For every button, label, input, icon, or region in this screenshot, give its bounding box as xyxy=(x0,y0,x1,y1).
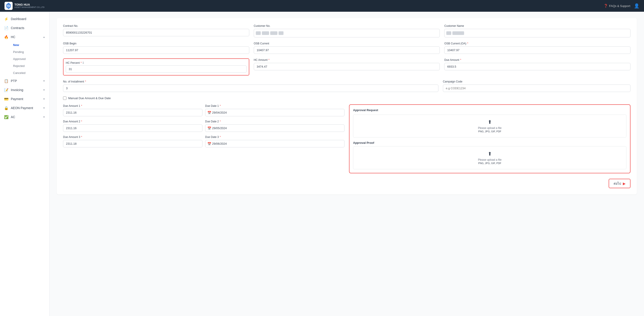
upload-icon: ⬆ xyxy=(488,119,492,125)
sidebar-item-ac[interactable]: ✅ AC ▼ xyxy=(0,113,49,122)
due-amount-2-group: Due Amount 2 * xyxy=(63,120,202,132)
form-row-3: HC Percent * ℹ HC Amount * Due Amount xyxy=(63,58,630,76)
sidebar-sub-item-approved[interactable]: Approved xyxy=(10,56,49,63)
due-date-2-input[interactable] xyxy=(205,124,344,132)
sidebar-item-label: Invoicing xyxy=(11,88,23,92)
hc-percent-label: HC Percent * ℹ xyxy=(66,61,246,65)
hc-percent-group: HC Percent * ℹ xyxy=(63,58,249,76)
manual-checkbox[interactable] xyxy=(63,97,66,100)
info-icon[interactable]: ℹ xyxy=(83,61,84,65)
osb-begin-input[interactable] xyxy=(63,47,249,54)
osb-current-oa-group: OSB Current (OA) * xyxy=(444,42,630,54)
svg-text:TH: TH xyxy=(7,5,10,8)
ph-box-2 xyxy=(262,31,269,35)
sidebar-item-aeon-payment[interactable]: 🔒 AEON Payment ▼ xyxy=(0,103,49,113)
ph-box-3 xyxy=(270,31,278,35)
osb-current-input[interactable] xyxy=(254,47,440,54)
sidebar-item-contracts[interactable]: 📄 Contracts xyxy=(0,24,49,33)
contract-no-input[interactable] xyxy=(63,29,249,36)
main-content: Contract No. Customer No. Customer Name xyxy=(50,12,644,316)
sidebar-item-invoicing[interactable]: 📝 Invoicing ▼ xyxy=(0,85,49,94)
sidebar-item-payment[interactable]: 💳 Payment ▼ xyxy=(0,94,49,103)
support-link[interactable]: ❓ FAQs & Support xyxy=(604,4,630,8)
form-row-4: No. of Installment * Campaign Code xyxy=(63,80,630,92)
required-star: * xyxy=(220,120,221,123)
required-star: * xyxy=(460,58,461,62)
hc-amount-input[interactable] xyxy=(254,63,440,70)
no-installment-group: No. of Installment * xyxy=(63,80,438,92)
customer-name-label: Customer Name xyxy=(444,24,630,28)
due-date-3-input[interactable] xyxy=(205,140,344,147)
due-amount-3-label: Due Amount 3 * xyxy=(63,135,202,139)
upload-text: Please upload a file xyxy=(478,126,502,130)
contracts-icon: 📄 xyxy=(4,26,8,30)
sidebar-item-label: AEON Payment xyxy=(11,106,33,110)
logo: TH TONG HUA ASSET MANAGEMENT CO.,LTD xyxy=(4,2,44,10)
osb-current-oa-input[interactable] xyxy=(444,47,630,54)
no-installment-label: No. of Installment * xyxy=(63,80,438,83)
due-date-3-wrapper: 📅 xyxy=(205,140,344,147)
topnav-right: ❓ FAQs & Support 👤 xyxy=(604,3,640,9)
upload-text-2: Please upload a file xyxy=(478,158,502,161)
sidebar-item-label: HC xyxy=(11,35,15,39)
sidebar-sub-item-pending[interactable]: Pending xyxy=(10,49,49,56)
logo-name: TONG HUA xyxy=(14,3,44,6)
contract-no-label: Contract No. xyxy=(63,24,249,28)
sidebar-item-hc[interactable]: 🔥 HC ▲ xyxy=(0,33,49,42)
sidebar-sub-item-canceled[interactable]: Canceled xyxy=(10,69,49,76)
manual-checkbox-label: Manual Due Amount & Due Date xyxy=(68,97,111,100)
due-date-1-input[interactable] xyxy=(205,109,344,116)
chevron-up-icon: ▲ xyxy=(43,36,45,38)
due-date-1-label: Due Date 1 * xyxy=(205,104,344,108)
due-amount-input[interactable] xyxy=(444,63,630,70)
next-button-label: ต่อไป xyxy=(614,181,621,186)
sidebar-sub-item-new[interactable]: New xyxy=(10,42,49,49)
hc-amount-label: HC Amount * xyxy=(254,58,440,62)
approval-proof-upload[interactable]: ⬆ Please upload a file PNG, JPG, GIF, PD… xyxy=(353,146,626,169)
sidebar-item-label: Payment xyxy=(11,97,23,101)
hc-percent-input[interactable] xyxy=(66,65,246,73)
sidebar-sub-item-rejected[interactable]: Rejected xyxy=(10,63,49,69)
due-amount-1-label: Due Amount 1 * xyxy=(63,104,202,108)
required-star: * xyxy=(220,135,221,139)
approval-proof-title: Approval Proof xyxy=(353,141,626,144)
due-amount-2-label: Due Amount 2 * xyxy=(63,120,202,123)
installment-section: Due Amount 1 * Due Date 1 * 📅 xyxy=(63,104,344,147)
ph-box-6 xyxy=(452,31,464,35)
chevron-down-icon: ▼ xyxy=(43,116,45,118)
due-row-1: Due Amount 1 * Due Date 1 * 📅 xyxy=(63,104,344,116)
osb-current-group: OSB Current xyxy=(254,42,440,54)
campaign-code-input[interactable] xyxy=(443,85,630,92)
sidebar-item-ptp[interactable]: 📋 PTP ▼ xyxy=(0,76,49,85)
required-star: * xyxy=(220,104,221,108)
due-amount-1-input[interactable] xyxy=(63,109,202,116)
due-amount-3-group: Due Amount 3 * xyxy=(63,135,202,147)
customer-no-group: Customer No. xyxy=(254,24,440,38)
sidebar-item-label: AC xyxy=(11,115,15,119)
chevron-down-icon: ▼ xyxy=(43,80,45,82)
hc-amount-group: HC Amount * xyxy=(254,58,440,76)
approval-request-upload[interactable]: ⬆ Please upload a file PNG, JPG, GIF, PD… xyxy=(353,115,626,138)
ac-icon: ✅ xyxy=(4,115,8,119)
due-amount-2-input[interactable] xyxy=(63,124,202,132)
user-icon[interactable]: 👤 xyxy=(634,3,640,9)
ptp-icon: 📋 xyxy=(4,79,8,83)
due-row-3: Due Amount 3 * Due Date 3 * 📅 xyxy=(63,135,344,147)
due-date-3-label: Due Date 3 * xyxy=(205,135,344,139)
invoicing-icon: 📝 xyxy=(4,88,8,92)
contract-no-group: Contract No. xyxy=(63,24,249,38)
hc-submenu: New Pending Approved Rejected Canceled xyxy=(0,42,49,76)
due-amount-group: Due Amount * xyxy=(444,58,630,76)
due-date-1-group: Due Date 1 * 📅 xyxy=(205,104,344,116)
due-date-2-wrapper: 📅 xyxy=(205,124,344,132)
no-installment-input[interactable] xyxy=(63,85,438,92)
customer-name-group: Customer Name xyxy=(444,24,630,38)
sidebar-item-label: Dashboard xyxy=(11,17,26,21)
form-bottom: ต่อไป ▶ xyxy=(63,179,630,188)
arrow-icon: ▶ xyxy=(623,181,626,186)
sidebar-item-dashboard[interactable]: ⚡ Dashboard xyxy=(0,15,49,24)
due-amount-3-input[interactable] xyxy=(63,140,202,147)
customer-no-boxes xyxy=(254,29,440,38)
next-button[interactable]: ต่อไป ▶ xyxy=(609,179,630,188)
required-star: * xyxy=(268,58,270,62)
